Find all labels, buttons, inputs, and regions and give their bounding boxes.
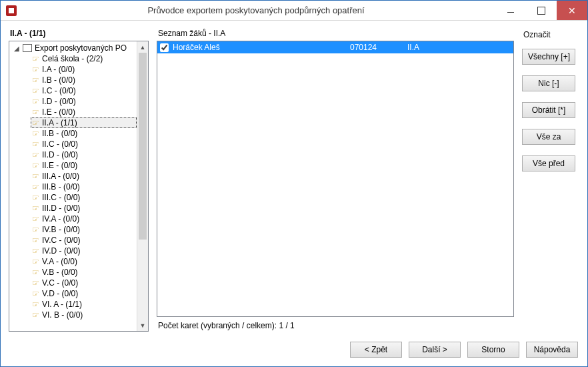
window-buttons — [495, 1, 587, 20]
tree[interactable]: ◢ Export poskytovaných PO ☞Celá škola - … — [9, 41, 137, 331]
tree-item[interactable]: ☞IV.A - (0/0) — [31, 214, 137, 224]
count-line: Počet karet (vybraných / celkem): 1 / 1 — [157, 317, 514, 332]
hand-icon: ☞ — [32, 183, 39, 191]
tree-item[interactable]: ☞I.A - (0/0) — [31, 64, 137, 75]
tree-root: ◢ Export poskytovaných PO ☞Celá škola - … — [11, 43, 137, 320]
hand-icon: ☞ — [32, 97, 39, 105]
tree-item[interactable]: ☞I.E - (0/0) — [31, 107, 137, 117]
tree-item-label: IV.B - (0/0) — [42, 225, 80, 234]
main-row: II.A - (1/1) ◢ Export poskytovaných PO ☞… — [9, 27, 579, 332]
tree-toggle-icon[interactable]: ◢ — [13, 45, 20, 52]
tree-item-label: II.B - (0/0) — [42, 129, 77, 138]
scroll-down-icon[interactable]: ▼ — [137, 320, 148, 331]
next-button[interactable]: Další > — [409, 342, 461, 358]
maximize-button[interactable] — [526, 1, 557, 20]
right-heading: Označit — [522, 29, 579, 49]
student-list[interactable]: Horáček Aleš070124II.A — [157, 41, 514, 317]
tree-item-label: I.C - (0/0) — [42, 86, 76, 95]
wizard-window: Průvodce exportem poskytovaných podpůrný… — [0, 0, 588, 367]
app-icon — [6, 5, 17, 16]
tree-item-label: I.E - (0/0) — [42, 107, 75, 117]
select-before-button[interactable]: Vše před — [522, 155, 575, 171]
hand-icon: ☞ — [32, 129, 39, 137]
footer: < Zpět Další > Storno Nápověda — [9, 332, 579, 361]
row-class: II.A — [407, 43, 447, 52]
hand-icon: ☞ — [32, 55, 39, 63]
tree-item[interactable]: ☞II.C - (0/0) — [31, 139, 137, 149]
close-button[interactable] — [557, 1, 587, 20]
tree-children: ☞Celá škola - (2/2)☞I.A - (0/0)☞I.B - (0… — [12, 53, 137, 320]
hand-icon: ☞ — [32, 87, 39, 95]
select-invert-button[interactable]: Obrátit [*] — [522, 102, 575, 118]
hand-icon: ☞ — [32, 236, 39, 244]
help-button[interactable]: Nápověda — [526, 342, 578, 358]
left-panel: II.A - (1/1) ◢ Export poskytovaných PO ☞… — [9, 27, 149, 332]
hand-icon: ☞ — [32, 215, 39, 223]
minimize-button[interactable] — [495, 1, 526, 20]
tree-item[interactable]: ☞III.C - (0/0) — [31, 192, 137, 203]
hand-icon: ☞ — [32, 194, 39, 202]
tree-item[interactable]: ☞I.C - (0/0) — [31, 85, 137, 96]
tree-item[interactable]: ☞II.E - (0/0) — [31, 160, 137, 171]
tree-item-label: Celá škola - (2/2) — [42, 54, 103, 63]
tree-root-row[interactable]: ◢ Export poskytovaných PO — [12, 43, 137, 53]
tree-item[interactable]: ☞IV.C - (0/0) — [31, 235, 137, 246]
tree-item-label: III.C - (0/0) — [42, 193, 80, 202]
tree-item[interactable]: ☞V.C - (0/0) — [31, 278, 137, 288]
tree-scrollbar[interactable]: ▲ ▼ — [137, 41, 148, 331]
tree-item-label: II.A - (1/1) — [42, 118, 77, 127]
tree-item-label: IV.C - (0/0) — [42, 236, 81, 245]
tree-item[interactable]: ☞IV.B - (0/0) — [31, 224, 137, 235]
hand-icon: ☞ — [32, 172, 39, 180]
tree-root-label: Export poskytovaných PO — [35, 43, 127, 53]
tree-item[interactable]: ☞III.B - (0/0) — [31, 181, 137, 192]
mid-panel: Seznam žáků - II.A Horáček Aleš070124II.… — [157, 27, 514, 332]
hand-icon: ☞ — [32, 119, 39, 127]
list-row[interactable]: Horáček Aleš070124II.A — [157, 41, 513, 53]
row-id: 070124 — [323, 43, 403, 52]
tree-item[interactable]: ☞V.A - (0/0) — [31, 256, 137, 267]
tree-item-label: II.D - (0/0) — [42, 150, 78, 159]
tree-item[interactable]: ☞III.D - (0/0) — [31, 203, 137, 214]
tree-item[interactable]: ☞I.D - (0/0) — [31, 96, 137, 107]
tree-item-label: VI. B - (0/0) — [42, 310, 83, 320]
tree-item[interactable]: ☞I.B - (0/0) — [31, 75, 137, 85]
row-checkbox[interactable] — [160, 43, 169, 52]
select-all-button[interactable]: Všechny [+] — [522, 49, 575, 65]
hand-icon: ☞ — [32, 108, 39, 116]
hand-icon: ☞ — [32, 65, 39, 73]
tree-item[interactable]: ☞II.B - (0/0) — [31, 128, 137, 139]
tree-item[interactable]: ☞III.A - (0/0) — [31, 171, 137, 181]
tree-item[interactable]: ☞IV.D - (0/0) — [31, 246, 137, 256]
tree-item[interactable]: ☞II.A - (1/1) — [31, 117, 137, 128]
hand-icon: ☞ — [32, 161, 39, 169]
hand-icon: ☞ — [32, 151, 39, 159]
left-heading: II.A - (1/1) — [9, 27, 149, 41]
tree-item-label: IV.D - (0/0) — [42, 246, 81, 256]
tree-item[interactable]: ☞VI. A - (1/1) — [31, 299, 137, 310]
tree-item[interactable]: ☞VI. B - (0/0) — [31, 310, 137, 320]
tree-item[interactable]: ☞V.B - (0/0) — [31, 267, 137, 278]
tree-item-label: VI. A - (1/1) — [42, 300, 82, 309]
tree-item[interactable]: ☞Celá škola - (2/2) — [31, 53, 137, 64]
tree-item-label: I.D - (0/0) — [42, 97, 76, 106]
select-after-button[interactable]: Vše za — [522, 129, 575, 145]
tree-item-label: V.A - (0/0) — [42, 257, 77, 266]
right-panel: Označit Všechny [+] Nic [-] Obrátit [*] … — [522, 27, 579, 332]
row-name: Horáček Aleš — [173, 43, 319, 52]
cancel-button[interactable]: Storno — [467, 342, 519, 358]
hand-icon: ☞ — [32, 311, 39, 319]
titlebar: Průvodce exportem poskytovaných podpůrný… — [1, 1, 587, 21]
hand-icon: ☞ — [32, 300, 39, 308]
select-none-button[interactable]: Nic [-] — [522, 75, 575, 91]
scroll-track[interactable] — [137, 53, 148, 320]
scroll-thumb[interactable] — [139, 53, 147, 240]
tree-item-label: III.B - (0/0) — [42, 182, 80, 192]
client-area: II.A - (1/1) ◢ Export poskytovaných PO ☞… — [1, 21, 587, 366]
hand-icon: ☞ — [32, 76, 39, 84]
tree-item[interactable]: ☞II.D - (0/0) — [31, 149, 137, 160]
back-button[interactable]: < Zpět — [350, 342, 402, 358]
tree-item-label: IV.A - (0/0) — [42, 214, 79, 224]
tree-item[interactable]: ☞V.D - (0/0) — [31, 288, 137, 299]
scroll-up-icon[interactable]: ▲ — [137, 41, 148, 53]
